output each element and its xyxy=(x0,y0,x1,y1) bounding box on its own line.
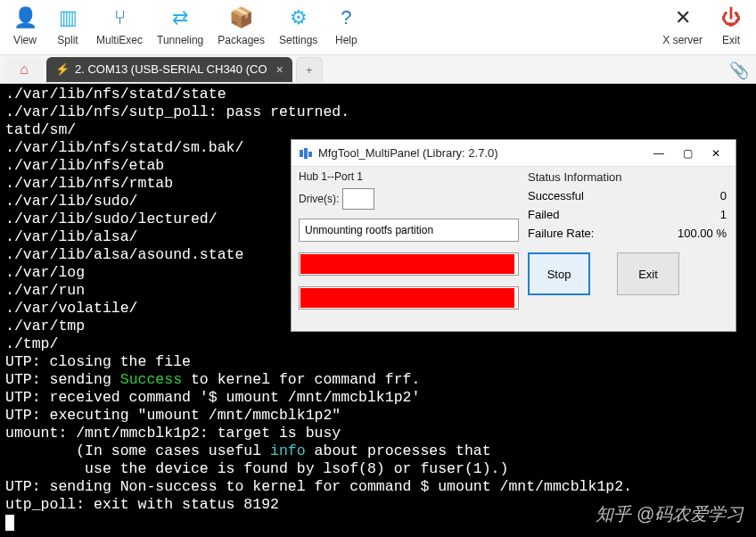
close-button[interactable]: ✕ xyxy=(702,143,730,164)
maximize-button[interactable]: ▢ xyxy=(673,143,702,164)
packages-icon: 📦 xyxy=(227,4,256,32)
split-icon: ▥ xyxy=(53,4,82,32)
app-icon xyxy=(299,146,313,161)
toolbar-label: Settings xyxy=(279,34,317,46)
toolbar-label: MultiExec xyxy=(96,34,143,46)
multiexec-button[interactable]: ⑂MultiExec xyxy=(89,2,150,46)
status-value: 0 xyxy=(720,189,727,202)
drives-field[interactable] xyxy=(342,188,374,210)
help-button[interactable]: ?Help xyxy=(325,2,367,46)
status-row: Failed1 xyxy=(528,208,727,221)
new-tab-button[interactable]: + xyxy=(296,57,323,82)
terminal-line: UTP: sending Success to kernel for comma… xyxy=(5,371,751,389)
tab-bar: ⌂ ⚡ 2. COM13 (USB-SERIAL CH340 (CO × + 📎 xyxy=(0,55,756,84)
svg-rect-1 xyxy=(304,148,308,159)
terminal-line: tatd/sm/ xyxy=(5,121,751,139)
progress-bar-2 xyxy=(299,286,519,310)
svg-rect-2 xyxy=(308,152,312,157)
toolbar-label: View xyxy=(13,34,37,46)
dialog-exit-button[interactable]: Exit xyxy=(617,252,679,295)
xserver-icon: ✕ xyxy=(669,4,697,32)
tunneling-button[interactable]: ⇄Tunneling xyxy=(150,2,210,46)
terminal-line: ./var/lib/nfs/sutp_poll: pass returned. xyxy=(5,103,751,121)
help-icon: ? xyxy=(332,4,360,32)
status-value: 100.00 % xyxy=(678,227,727,240)
operation-status: Unmounting rootfs partition xyxy=(299,219,519,242)
status-value: 1 xyxy=(720,208,727,221)
terminal-line: UTP: closing the file xyxy=(5,353,751,371)
toolbar-label: Split xyxy=(57,34,78,46)
cursor xyxy=(5,515,14,531)
toolbar-label: Exit xyxy=(722,34,740,46)
home-icon: ⌂ xyxy=(20,62,29,78)
settings-button[interactable]: ⚙Settings xyxy=(272,2,325,46)
attachment-icon[interactable]: 📎 xyxy=(729,61,749,80)
terminal-line: ./var/lib/nfs/statd/state xyxy=(5,86,751,103)
status-row: Failure Rate:100.00 % xyxy=(528,227,727,240)
tab-label: 2. COM13 (USB-SERIAL CH340 (CO xyxy=(75,62,267,76)
packages-button[interactable]: 📦Packages xyxy=(210,2,272,46)
svg-rect-0 xyxy=(300,150,303,157)
close-icon[interactable]: × xyxy=(276,62,284,77)
dialog-title: MfgTool_MultiPanel (Library: 2.7.0) xyxy=(318,146,498,160)
home-tab[interactable]: ⌂ xyxy=(5,57,43,82)
settings-icon: ⚙ xyxy=(284,4,313,32)
tunneling-icon: ⇄ xyxy=(166,4,194,32)
toolbar-label: Help xyxy=(335,34,357,46)
session-icon: ⚡ xyxy=(55,62,70,76)
toolbar-label: X server xyxy=(662,34,703,46)
plus-icon: + xyxy=(306,63,313,77)
terminal-line: UTP: executing "umount /mnt/mmcblk1p2" xyxy=(5,407,751,425)
exit-button[interactable]: ⏻Exit xyxy=(710,2,752,46)
hub-label: Hub 1--Port 1 xyxy=(299,170,519,183)
exit-icon: ⏻ xyxy=(717,4,745,32)
terminal-line: ./tmp/ xyxy=(5,335,751,353)
status-row: Successful0 xyxy=(528,189,727,202)
terminal-line: (In some cases useful info about process… xyxy=(5,442,751,460)
progress-bar-1 xyxy=(299,252,519,276)
active-tab[interactable]: ⚡ 2. COM13 (USB-SERIAL CH340 (CO × xyxy=(46,57,292,82)
view-button[interactable]: 👤View xyxy=(4,2,46,46)
view-icon: 👤 xyxy=(11,4,39,32)
split-button[interactable]: ▥Split xyxy=(46,2,89,46)
multiexec-icon: ⑂ xyxy=(105,4,134,32)
xserver-button[interactable]: ✕X server xyxy=(655,2,710,46)
drives-label: Drive(s): xyxy=(299,193,339,205)
dialog-titlebar[interactable]: MfgTool_MultiPanel (Library: 2.7.0) — ▢ … xyxy=(292,140,735,167)
minimize-button[interactable]: — xyxy=(645,143,673,164)
stop-button[interactable]: Stop xyxy=(528,252,590,295)
mfgtool-dialog: MfgTool_MultiPanel (Library: 2.7.0) — ▢ … xyxy=(291,139,736,332)
status-header: Status Information xyxy=(528,170,727,184)
terminal-line: UTP: sending Non-success to kernel for c… xyxy=(5,478,751,496)
watermark: 知乎 @码农爱学习 xyxy=(596,505,744,523)
terminal-line: UTP: received command '$ umount /mnt/mmc… xyxy=(5,389,751,407)
toolbar-label: Tunneling xyxy=(157,34,203,46)
terminal-line: umount: /mnt/mmcblk1p2: target is busy xyxy=(5,425,751,442)
main-toolbar: 👤View▥Split⑂MultiExec⇄Tunneling📦Packages… xyxy=(0,0,756,55)
status-key: Failed xyxy=(528,208,559,221)
status-key: Failure Rate: xyxy=(528,227,594,240)
toolbar-label: Packages xyxy=(218,34,265,46)
status-key: Successful xyxy=(528,189,584,202)
terminal-line: use the device is found by lsof(8) or fu… xyxy=(5,460,751,478)
